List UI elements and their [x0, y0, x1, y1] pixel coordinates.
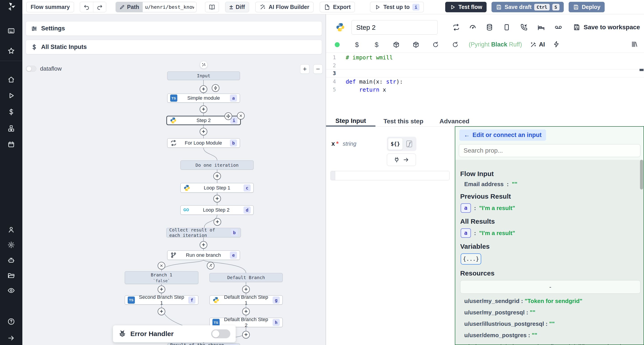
ai-flow-builder-button[interactable]: AI Flow Builder — [255, 2, 314, 12]
error-handler-toggle[interactable] — [211, 329, 230, 338]
diff-button[interactable]: ± Diff — [225, 2, 249, 12]
resource-row[interactable]: u/ruben-user/u/ruben-user/my_flow_2/g/al… — [464, 342, 639, 345]
node-result[interactable]: Result of the chosen branch e — [167, 343, 240, 345]
library-button[interactable] — [630, 41, 638, 49]
resource-row[interactable]: u/user/illustrious_postgresql : "" — [464, 319, 639, 329]
node-input[interactable]: Input — [167, 71, 240, 80]
panel-divider[interactable] — [326, 14, 326, 345]
export-button[interactable]: Export — [320, 2, 355, 12]
insert-step-button[interactable]: + — [213, 195, 221, 202]
resource-row[interactable]: u/user/my_postgresql : "" — [464, 308, 639, 317]
flow-summary-button[interactable]: Flow summary — [26, 2, 74, 12]
function-mode-button[interactable]: ƒ — [404, 138, 415, 150]
step-name-input[interactable] — [352, 20, 438, 35]
mock-button[interactable] — [554, 23, 563, 32]
search-prop-input[interactable] — [459, 144, 640, 157]
sidebar-help-icon[interactable] — [7, 317, 16, 326]
variable-picker-button[interactable]: $ — [352, 40, 361, 49]
insert-step-button[interactable]: + — [200, 128, 207, 135]
resource-row[interactable]: u/user/demo_postgres : "" — [464, 331, 639, 340]
node-branch1[interactable]: Branch 1 `false` — [125, 271, 198, 284]
branch-add-button[interactable] — [207, 262, 214, 270]
prop-row-all-results[interactable]: a : "I'm a result" — [461, 228, 644, 238]
node-simple-module[interactable]: TS Simple module a — [167, 94, 240, 103]
path-label[interactable]: Path — [116, 2, 143, 12]
node-loop-step2[interactable]: GO Loop Step 2 d — [180, 205, 254, 215]
code-editor[interactable]: 1 # import wmill 2 3 4 def main(x: str):… — [326, 53, 644, 116]
insert-step-button[interactable]: + — [200, 85, 207, 93]
node-run-one-branch[interactable]: Run one branch e — [167, 251, 240, 260]
variables-badge[interactable]: {...} — [461, 253, 481, 265]
save-draft-button[interactable]: Save draft Ctrl S — [492, 2, 564, 12]
node-second-branch-step1[interactable]: TS Second Branch Step 1 f — [125, 295, 198, 305]
sidebar-runs-icon[interactable] — [7, 91, 16, 100]
node-for-loop[interactable]: For Loop Module b — [167, 138, 240, 148]
edit-or-connect-pill[interactable]: ← Edit or connect an input — [459, 129, 546, 141]
resource-picker-button[interactable]: $ — [372, 40, 381, 49]
all-static-inputs-card[interactable]: All Static Inputs — [26, 40, 322, 54]
concurrency-button[interactable] — [468, 23, 477, 32]
resource-type-select[interactable]: - — [460, 280, 640, 294]
ai-assistant-button[interactable]: AI — [530, 41, 545, 48]
reload-button[interactable] — [431, 40, 440, 49]
resource-row[interactable]: u/user/my_sendgrid : "Token for sendgrid… — [464, 296, 639, 306]
insert-step-button[interactable]: + — [242, 308, 250, 315]
drag-grip[interactable] — [331, 171, 335, 180]
insert-step-button[interactable]: + — [214, 218, 221, 226]
sidebar-expand-icon[interactable] — [7, 334, 16, 342]
undo-button[interactable] — [80, 2, 93, 12]
tab-advanced[interactable]: Advanced — [431, 116, 478, 126]
package-button[interactable] — [412, 40, 420, 49]
sidebar-workers-icon[interactable] — [7, 256, 16, 264]
node-do-one-iteration[interactable]: Do one iteration — [180, 160, 254, 170]
dataflow-toggle[interactable] — [26, 66, 36, 72]
sidebar-schedules-icon[interactable] — [7, 140, 16, 149]
sleep-button[interactable] — [537, 23, 546, 32]
insert-step-button[interactable]: + — [213, 172, 221, 180]
code-assistants-status[interactable]: (Pyright Black Ruff) — [469, 41, 522, 48]
sidebar-audit-icon[interactable] — [7, 286, 16, 295]
path-input[interactable] — [143, 2, 196, 12]
zoom-in-button[interactable]: + — [300, 64, 310, 74]
ai-wand-button[interactable] — [200, 61, 208, 69]
scroll-indicator[interactable] — [640, 69, 644, 71]
cache-toggle-button[interactable] — [452, 23, 461, 32]
node-default-branch[interactable]: Default Branch — [210, 273, 283, 282]
sidebar-runs-panel-icon[interactable] — [7, 26, 16, 35]
tab-test-this-step[interactable]: Test this step — [376, 116, 431, 126]
insert-step-button[interactable]: + — [242, 286, 250, 293]
suspend-button[interactable] — [520, 23, 528, 32]
deploy-button[interactable]: Deploy — [569, 2, 605, 12]
insert-step-button[interactable]: + — [200, 105, 207, 113]
sidebar-settings-icon[interactable] — [7, 241, 16, 249]
sidebar-users-icon[interactable] — [7, 225, 16, 234]
database-button[interactable] — [485, 23, 494, 32]
redo-button[interactable] — [93, 2, 106, 12]
save-to-workspace-button[interactable]: Save to workspace — [573, 23, 640, 31]
connect-input-button[interactable] — [387, 153, 416, 166]
mobile-button[interactable] — [502, 23, 511, 32]
insert-step-button[interactable]: + — [200, 241, 207, 249]
scrollbar-thumb[interactable] — [640, 160, 643, 189]
tab-step-input[interactable]: Step Input — [326, 116, 376, 126]
sidebar-folders-icon[interactable] — [7, 272, 16, 280]
package-button[interactable] — [392, 40, 401, 49]
node-delete-button[interactable] — [237, 112, 245, 120]
node-default-branch-step1[interactable]: Default Branch Step 1 g — [210, 295, 283, 305]
insert-step-button[interactable]: + — [242, 331, 250, 339]
zoom-out-button[interactable]: − — [313, 64, 323, 74]
trigger-button[interactable] — [212, 84, 219, 92]
template-mode-button[interactable]: ${} — [388, 138, 403, 150]
flow-settings-card[interactable]: Settings — [26, 21, 322, 36]
sidebar-variables-icon[interactable] — [7, 108, 16, 116]
prop-row-previous-result[interactable]: a : "I'm a result" — [461, 203, 644, 213]
prop-row-email[interactable]: Email address : "" — [464, 181, 644, 188]
insert-step-button[interactable]: + — [158, 286, 165, 293]
run-button[interactable] — [553, 41, 560, 48]
node-move-button[interactable] — [224, 112, 232, 120]
arg-value-input[interactable] — [335, 171, 449, 180]
insert-step-button[interactable]: + — [158, 308, 165, 315]
sidebar-resources-icon[interactable] — [7, 124, 16, 133]
node-collect-result[interactable]: Collect result of each iteration b — [166, 228, 241, 237]
reset-button[interactable] — [451, 40, 460, 49]
